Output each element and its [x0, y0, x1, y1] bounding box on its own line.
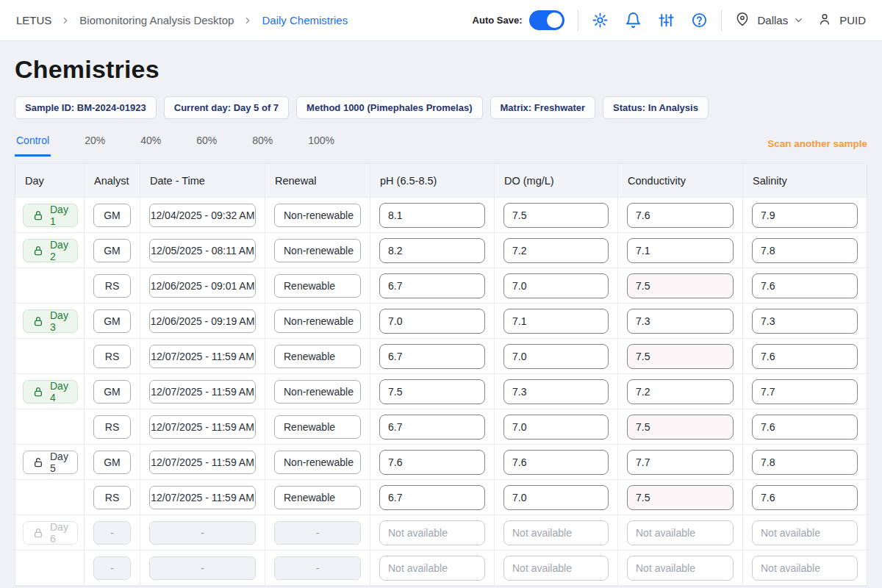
conductivity-input[interactable]: [627, 273, 734, 298]
ph-input[interactable]: [379, 273, 485, 298]
conductivity-input[interactable]: [627, 344, 734, 369]
conductivity-cell: [618, 198, 743, 233]
renewal-field[interactable]: Non-renewable: [274, 380, 361, 404]
renewal-field-cell: -: [265, 515, 370, 551]
ph-input[interactable]: [379, 450, 485, 475]
renewal-field[interactable]: Renewable: [274, 274, 361, 298]
analyst-field[interactable]: RS: [93, 274, 131, 298]
conductivity-input[interactable]: [627, 379, 734, 404]
salinity-input[interactable]: [752, 450, 858, 475]
conductivity-input[interactable]: [627, 238, 734, 263]
salinity-input[interactable]: [752, 415, 858, 440]
salinity-input[interactable]: [752, 203, 858, 228]
top-bar-actions: Auto Save: Dallas PUID: [473, 10, 866, 32]
tab-20pct[interactable]: 20%: [83, 128, 107, 157]
day-lock-badge[interactable]: Day 1: [23, 204, 78, 227]
analyst-field[interactable]: RS: [93, 486, 131, 509]
table-row: Day 5GM12/07/2025 - 11:59 AMNon-renewabl…: [15, 445, 867, 480]
ph-input[interactable]: [379, 309, 485, 334]
salinity-input[interactable]: [752, 344, 858, 369]
do-input[interactable]: [503, 203, 609, 228]
salinity-input[interactable]: [752, 273, 858, 298]
conductivity-input[interactable]: [627, 485, 734, 510]
datetime-field[interactable]: 12/07/2025 - 11:59 AM: [149, 415, 256, 439]
renewal-field[interactable]: Renewable: [274, 486, 361, 509]
renewal-field[interactable]: Non-renewable: [274, 239, 361, 262]
analyst-field[interactable]: GM: [93, 451, 131, 474]
do-input[interactable]: [503, 450, 609, 475]
salinity-input[interactable]: [752, 485, 858, 510]
top-bar: LETUSBiomonitoring Analysis DesktopDaily…: [0, 0, 882, 41]
bell-icon[interactable]: [625, 12, 642, 29]
ph-input[interactable]: [379, 344, 485, 369]
location-selector[interactable]: Dallas: [735, 12, 804, 29]
salinity-input[interactable]: [752, 309, 858, 334]
day-lock-badge[interactable]: Day 5: [23, 451, 78, 474]
renewal-field[interactable]: Renewable: [274, 345, 361, 368]
do-input[interactable]: [503, 238, 609, 263]
tab-100pct[interactable]: 100%: [306, 128, 336, 157]
day-lock-badge[interactable]: Day 4: [23, 380, 78, 404]
datetime-field[interactable]: 12/05/2025 - 08:11 AM: [149, 239, 256, 262]
ph-input[interactable]: [379, 415, 485, 440]
datetime-field[interactable]: 12/07/2025 - 11:59 AM: [149, 345, 256, 368]
analyst-field[interactable]: GM: [93, 380, 131, 404]
renewal-field[interactable]: Non-renewable: [274, 451, 361, 474]
analyst-field[interactable]: GM: [93, 239, 131, 262]
analyst-field[interactable]: RS: [93, 345, 131, 368]
salinity-input[interactable]: [752, 379, 858, 404]
breadcrumb-item-2[interactable]: Daily Chemistries: [262, 14, 348, 26]
renewal-field-cell: Non-renewable: [265, 445, 370, 480]
conductivity-input[interactable]: [627, 415, 734, 440]
ph-input[interactable]: [379, 238, 485, 263]
scan-another-sample-link[interactable]: Scan another sample: [767, 138, 867, 157]
breadcrumb-item-1[interactable]: Biomonitoring Analysis Desktop: [79, 14, 234, 26]
datetime-field[interactable]: 12/07/2025 - 11:59 AM: [149, 451, 256, 474]
renewal-field[interactable]: Non-renewable: [274, 204, 361, 227]
do-input[interactable]: [503, 309, 609, 334]
do-input[interactable]: [503, 273, 609, 298]
day-lock-badge[interactable]: Day 2: [23, 239, 78, 262]
datetime-field-cell: 12/07/2025 - 11:59 AM: [140, 480, 265, 515]
help-icon[interactable]: [691, 12, 708, 29]
ph-input[interactable]: [379, 203, 485, 228]
sliders-icon[interactable]: [658, 12, 675, 29]
conductivity-input[interactable]: [627, 203, 734, 228]
do-input[interactable]: [503, 344, 609, 369]
lock-icon: [32, 245, 44, 257]
tab-control[interactable]: Control: [15, 128, 51, 157]
tab-60pct[interactable]: 60%: [195, 128, 218, 157]
datetime-field[interactable]: 12/07/2025 - 11:59 AM: [149, 486, 256, 509]
ph-cell: [370, 198, 495, 233]
analyst-field[interactable]: GM: [93, 309, 131, 333]
analyst-field-cell: GM: [85, 374, 140, 409]
salinity-cell: [743, 304, 867, 339]
conductivity-input[interactable]: [627, 309, 734, 334]
datetime-field[interactable]: 12/06/2025 - 09:19 AM: [149, 309, 256, 333]
ph-input[interactable]: [379, 485, 485, 510]
analyst-field[interactable]: GM: [93, 204, 131, 227]
datetime-field[interactable]: 12/06/2025 - 09:01 AM: [149, 274, 256, 298]
renewal-field[interactable]: Non-renewable: [274, 309, 361, 333]
analyst-field[interactable]: RS: [93, 415, 131, 439]
do-input[interactable]: [503, 485, 609, 510]
breadcrumb-item-0[interactable]: LETUS: [16, 14, 51, 26]
tab-40pct[interactable]: 40%: [139, 128, 162, 157]
analyst-field-cell: RS: [85, 409, 140, 445]
user-menu[interactable]: PUID: [817, 12, 866, 29]
day-lock-badge[interactable]: Day 3: [23, 309, 78, 333]
renewal-field[interactable]: Renewable: [274, 415, 361, 439]
datetime-field[interactable]: 12/07/2025 - 11:59 AM: [149, 380, 256, 404]
conductivity-input[interactable]: [627, 450, 734, 475]
analyst-field: -: [93, 521, 131, 545]
gear-icon[interactable]: [592, 12, 609, 29]
ph-input[interactable]: [379, 379, 485, 404]
datetime-field[interactable]: 12/04/2025 - 09:32 AM: [149, 204, 256, 227]
table-row: RS12/06/2025 - 09:01 AMRenewable: [15, 268, 867, 304]
do-input[interactable]: [503, 415, 609, 440]
conductivity-cell: [618, 409, 743, 445]
tab-80pct[interactable]: 80%: [251, 128, 274, 157]
do-input[interactable]: [503, 379, 609, 404]
salinity-input[interactable]: [752, 238, 858, 263]
auto-save-toggle[interactable]: [529, 10, 564, 30]
